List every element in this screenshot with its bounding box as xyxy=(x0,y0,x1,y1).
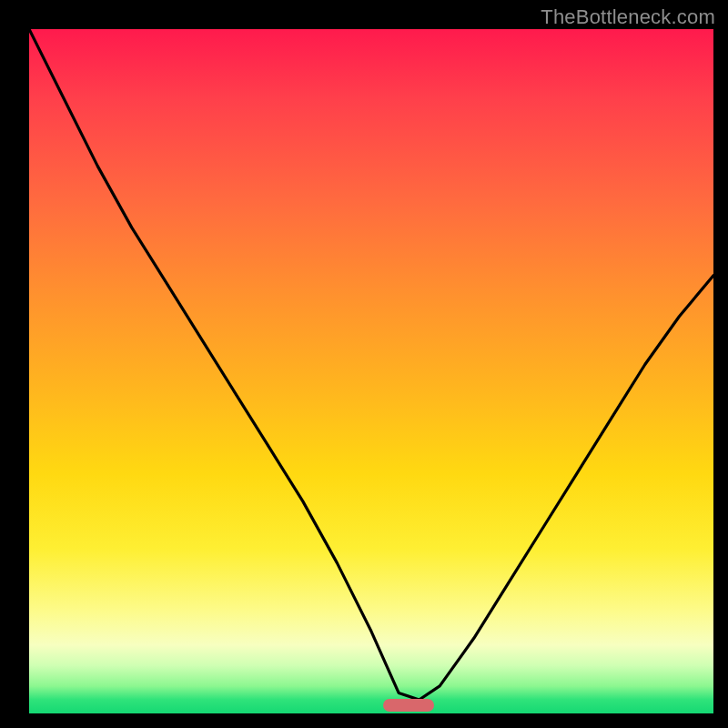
optimal-range-marker xyxy=(383,699,434,712)
watermark-source-label: TheBottleneck.com xyxy=(541,5,715,29)
plot-area xyxy=(29,29,713,713)
bottleneck-curve xyxy=(29,29,713,713)
chart-frame: TheBottleneck.com xyxy=(0,0,728,728)
